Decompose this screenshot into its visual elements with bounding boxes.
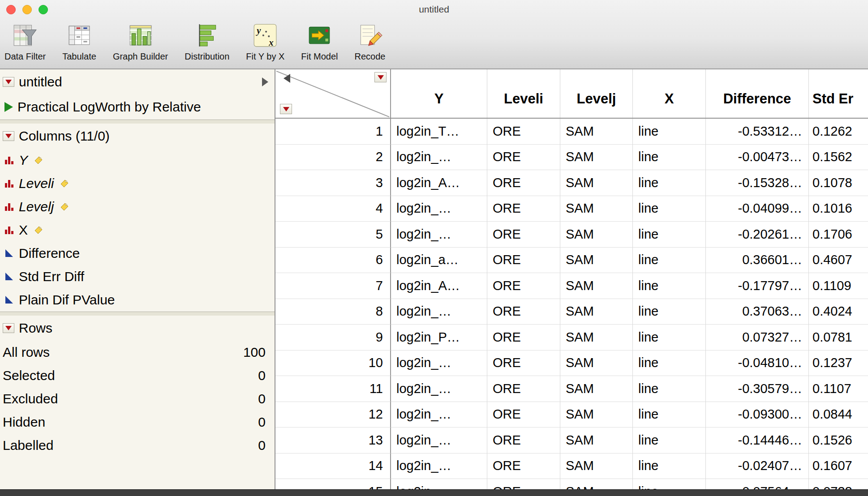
column-item-difference[interactable]: Difference [0, 242, 275, 265]
row-number-cell[interactable]: 9 [275, 325, 391, 351]
row-number-cell[interactable]: 10 [275, 351, 391, 376]
x-cell[interactable]: line [633, 119, 706, 145]
std-err-cell[interactable]: 0.1016 [809, 196, 868, 222]
leveli-cell[interactable]: ORE [487, 248, 560, 274]
row-number-cell[interactable]: 11 [275, 376, 391, 402]
std-err-cell[interactable]: 0.4024 [809, 299, 868, 325]
levelj-cell[interactable]: SAM [560, 402, 633, 428]
row-number-cell[interactable]: 6 [275, 248, 391, 274]
toolbar-button-tabulate[interactable]: Tabulate [62, 21, 96, 62]
rows-stat-selected[interactable]: Selected 0 [0, 364, 275, 387]
difference-cell[interactable]: -0.17797… [706, 273, 809, 299]
levelj-cell[interactable]: SAM [560, 351, 633, 376]
leveli-cell[interactable]: ORE [487, 299, 560, 325]
leveli-cell[interactable]: ORE [487, 170, 560, 196]
x-cell[interactable]: line [633, 299, 706, 325]
std-err-cell[interactable]: 0.0844 [809, 402, 868, 428]
x-cell[interactable]: line [633, 351, 706, 376]
x-cell[interactable]: line [633, 248, 706, 274]
row-number-cell[interactable]: 2 [275, 145, 391, 171]
std-err-cell[interactable]: 0.1562 [809, 145, 868, 171]
std-err-cell[interactable]: 0.1706 [809, 222, 868, 248]
column-header-std-err[interactable]: Std Er [809, 69, 868, 118]
std-err-cell[interactable]: 0.1107 [809, 376, 868, 402]
levelj-cell[interactable]: SAM [560, 376, 633, 402]
difference-cell[interactable]: -0.15328… [706, 170, 809, 196]
levelj-cell[interactable]: SAM [560, 119, 633, 145]
leveli-cell[interactable]: ORE [487, 428, 560, 453]
levelj-cell[interactable]: SAM [560, 453, 633, 479]
leveli-cell[interactable]: ORE [487, 351, 560, 376]
x-cell[interactable]: line [633, 376, 706, 402]
x-cell[interactable]: line [633, 196, 706, 222]
column-item-std-err-diff[interactable]: Std Err Diff [0, 265, 275, 288]
row-number-cell[interactable]: 5 [275, 222, 391, 248]
column-header-y[interactable]: Y [391, 69, 487, 118]
difference-cell[interactable]: -0.14446… [706, 428, 809, 453]
row-number-cell[interactable]: 13 [275, 428, 391, 453]
difference-cell[interactable]: -0.04810… [706, 351, 809, 376]
row-number-cell[interactable]: 8 [275, 299, 391, 325]
leveli-cell[interactable]: ORE [487, 402, 560, 428]
run-script-icon[interactable] [4, 102, 13, 112]
y-cell[interactable]: log2in_… [391, 428, 487, 453]
sidebar-collapse-arrow-icon[interactable] [262, 77, 268, 86]
row-number-cell[interactable]: 7 [275, 273, 391, 299]
row-number-cell[interactable]: 1 [275, 119, 391, 145]
std-err-cell[interactable]: 0.0781 [809, 325, 868, 351]
row-number-cell[interactable]: 3 [275, 170, 391, 196]
table-script-item[interactable]: Practical LogWorth by Relative [0, 94, 275, 120]
y-cell[interactable]: log2in_P… [391, 325, 487, 351]
levelj-cell[interactable]: SAM [560, 325, 633, 351]
difference-cell[interactable]: -0.02407… [706, 453, 809, 479]
row-number-cell[interactable]: 4 [275, 196, 391, 222]
leveli-cell[interactable]: ORE [487, 453, 560, 479]
x-cell[interactable]: line [633, 145, 706, 171]
column-item-y[interactable]: Y [0, 149, 275, 172]
x-cell[interactable]: line [633, 325, 706, 351]
x-cell[interactable]: line [633, 222, 706, 248]
y-cell[interactable]: log2in_A… [391, 170, 487, 196]
column-item-plain-dif-pvalue[interactable]: Plain Dif PValue [0, 288, 275, 312]
column-item-leveli[interactable]: Leveli [0, 172, 275, 195]
row-number-cell[interactable]: 14 [275, 453, 391, 479]
row-number-cell[interactable]: 12 [275, 402, 391, 428]
std-err-cell[interactable]: 0.1078 [809, 170, 868, 196]
column-item-levelj[interactable]: Levelj [0, 195, 275, 218]
levelj-cell[interactable]: SAM [560, 273, 633, 299]
table-menu-button[interactable] [3, 77, 14, 87]
columns-header-menu-button[interactable] [374, 72, 387, 82]
levelj-cell[interactable]: SAM [560, 248, 633, 274]
difference-cell[interactable]: 0.37063… [706, 299, 809, 325]
difference-cell[interactable]: -0.53312… [706, 119, 809, 145]
x-cell[interactable]: line [633, 402, 706, 428]
y-cell[interactable]: log2in_a… [391, 248, 487, 274]
std-err-cell[interactable]: 0.1607 [809, 453, 868, 479]
leveli-cell[interactable]: ORE [487, 325, 560, 351]
toolbar-button-recode[interactable]: Recode [355, 21, 386, 62]
difference-cell[interactable]: -0.20261… [706, 222, 809, 248]
columns-panel-header[interactable]: Columns (11/0) [0, 124, 275, 149]
y-cell[interactable]: log2in_T… [391, 119, 487, 145]
rows-panel-header[interactable]: Rows [0, 316, 275, 341]
levelj-cell[interactable]: SAM [560, 222, 633, 248]
y-cell[interactable]: log2in_… [391, 145, 487, 171]
toolbar-button-fit-y-by-x[interactable]: y x Fit Y by X [246, 21, 284, 62]
std-err-cell[interactable]: 0.1526 [809, 428, 868, 453]
levelj-cell[interactable]: SAM [560, 428, 633, 453]
x-cell[interactable]: line [633, 170, 706, 196]
rows-stat-labelled[interactable]: Labelled 0 [0, 434, 275, 457]
levelj-cell[interactable]: SAM [560, 196, 633, 222]
rows-stat-hidden[interactable]: Hidden 0 [0, 410, 275, 434]
y-cell[interactable]: log2in_… [391, 453, 487, 479]
y-cell[interactable]: log2in_… [391, 222, 487, 248]
toolbar-button-graph-builder[interactable]: Graph Builder [113, 21, 168, 62]
std-err-cell[interactable]: 0.4607 [809, 248, 868, 274]
y-cell[interactable]: log2in_… [391, 196, 487, 222]
rows-header-menu-button[interactable] [280, 104, 292, 114]
table-panel-header[interactable]: untitled [0, 69, 275, 94]
y-cell[interactable]: log2in_… [391, 299, 487, 325]
x-cell[interactable]: line [633, 453, 706, 479]
panel-collapse-left-icon[interactable] [284, 74, 290, 83]
std-err-cell[interactable]: 0.1262 [809, 119, 868, 145]
